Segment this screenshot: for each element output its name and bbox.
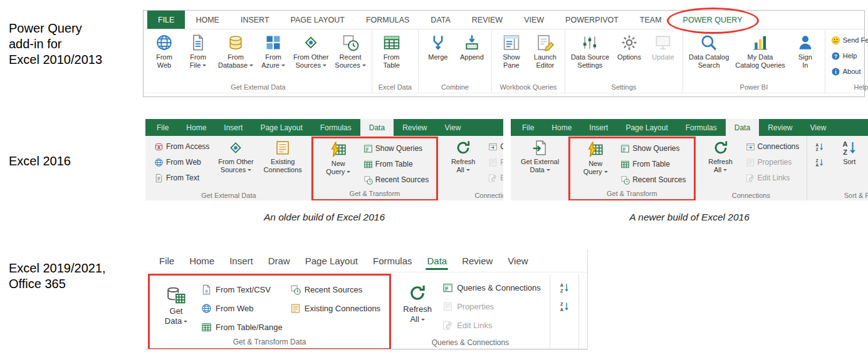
tab-home[interactable]: Home: [543, 119, 580, 136]
tab-home[interactable]: Home: [182, 249, 222, 272]
button-properties[interactable]: Properties: [742, 155, 803, 170]
button-from-text-csv[interactable]: aFrom Text/CSV: [197, 281, 286, 298]
tab-page-layout[interactable]: Page Layout: [298, 249, 365, 272]
tab-insert[interactable]: Insert: [222, 249, 261, 272]
button-get-external-data[interactable]: Get ExternalData: [516, 137, 564, 175]
button-from-web[interactable]: From Web: [197, 299, 286, 317]
button-from-table[interactable]: FromTable: [375, 31, 409, 70]
button-queries-connections[interactable]: Queries & Connections: [439, 279, 545, 296]
tab-insert[interactable]: Insert: [215, 119, 251, 136]
button-refresh-all[interactable]: RefreshAll: [699, 137, 742, 185]
button-sort-z-to-a[interactable]: ZA: [811, 155, 828, 170]
get-data-icon: [167, 286, 186, 304]
button-from-table[interactable]: From Table: [617, 157, 689, 172]
button-sort-a-to-z[interactable]: AZ: [811, 139, 828, 154]
tab-formulas[interactable]: FORMULAS: [355, 11, 420, 29]
button-from-file[interactable]: FromFile: [181, 31, 215, 70]
tab-review[interactable]: Review: [759, 119, 801, 136]
button-from-other-sources[interactable]: From OtherSources: [290, 31, 332, 70]
button-existing-connections[interactable]: ExistingConnections: [259, 137, 307, 185]
tab-view[interactable]: View: [802, 119, 835, 136]
button-label: Edit Links: [500, 173, 503, 182]
ribbon-content: Get ExternalDataNewQueryShow QueriesFrom…: [511, 136, 868, 200]
button-edit-links[interactable]: Edit Links: [484, 170, 503, 185]
tab-review[interactable]: REVIEW: [461, 11, 513, 29]
button-label: Connections: [758, 142, 800, 151]
tab-page-layout[interactable]: Page Layout: [251, 119, 311, 136]
button-about[interactable]: iAbout: [828, 64, 868, 79]
tab-home[interactable]: Home: [177, 119, 215, 136]
button-recent-sources[interactable]: RecentSources: [332, 31, 369, 70]
button-data-source-settings[interactable]: Data SourceSettings: [568, 31, 612, 70]
group-label: Power BI: [686, 82, 822, 93]
tab-review[interactable]: Review: [394, 119, 436, 136]
button-edit-links[interactable]: Edit Links: [439, 316, 545, 334]
button-sort-a-to-z[interactable]: AZ: [555, 279, 573, 296]
button-data-catalog-search[interactable]: Data CatalogSearch: [686, 31, 732, 70]
button-from-table-range[interactable]: From Table/Range: [197, 318, 286, 336]
button-connections[interactable]: Connections: [742, 139, 803, 154]
button-refresh-all[interactable]: RefreshAll: [442, 137, 484, 185]
tab-view[interactable]: View: [436, 119, 470, 136]
button-from-other-sources[interactable]: From OtherSources: [213, 137, 258, 185]
tab-data[interactable]: Data: [726, 119, 759, 136]
button-edit-links[interactable]: Edit Links: [742, 170, 803, 185]
tab-data[interactable]: DATA: [420, 11, 461, 29]
tab-draw[interactable]: Draw: [261, 249, 298, 272]
tab-file[interactable]: FILE: [147, 11, 185, 29]
tab-page-layout[interactable]: Page Layout: [617, 119, 676, 136]
button-recent-sources[interactable]: Recent Sources: [286, 281, 384, 298]
button-send-feedback[interactable]: Send Feedback: [828, 33, 868, 48]
button-existing-connections[interactable]: Existing Connections: [286, 299, 384, 317]
tab-file[interactable]: File: [148, 119, 177, 136]
button-show-pane[interactable]: ShowPane: [494, 31, 528, 70]
button-new-query[interactable]: NewQuery: [574, 139, 617, 187]
button-get-data[interactable]: GetData: [155, 277, 197, 336]
button-sort[interactable]: AZSort: [828, 137, 868, 170]
button-from-table[interactable]: From Table: [360, 157, 432, 172]
tab-insert[interactable]: Insert: [580, 119, 617, 136]
button-properties[interactable]: Properties: [484, 155, 503, 170]
button-options[interactable]: Options: [612, 31, 646, 70]
button-recent-sources[interactable]: Recent Sources: [360, 172, 432, 187]
button-new-query[interactable]: NewQuery: [317, 139, 360, 187]
button-from-web[interactable]: FromWeb: [147, 31, 181, 70]
tab-powerpivot[interactable]: POWERPIVOT: [555, 11, 629, 29]
button-from-azure[interactable]: FromAzure: [256, 31, 290, 70]
button-merge[interactable]: Merge: [421, 31, 455, 63]
button-my-data-catalog-queries[interactable]: My DataCatalog Queries: [732, 31, 788, 70]
tab-view[interactable]: View: [500, 249, 535, 272]
tab-review[interactable]: Review: [454, 249, 500, 272]
tab-power-query[interactable]: POWER QUERY: [672, 11, 753, 29]
tab-data[interactable]: Data: [419, 249, 454, 272]
tab-data[interactable]: Data: [360, 119, 394, 136]
tab-formulas[interactable]: Formulas: [311, 119, 360, 136]
dropdown-caret-icon: [281, 65, 285, 66]
button-append[interactable]: Append: [455, 31, 489, 63]
button-sign-in[interactable]: SignIn: [788, 31, 822, 70]
tab-formulas[interactable]: Formulas: [365, 249, 420, 272]
button-from-web[interactable]: From Web: [150, 155, 213, 170]
button-show-queries[interactable]: Show Queries: [360, 141, 432, 156]
button-help[interactable]: ?Help: [828, 48, 868, 63]
tab-view[interactable]: VIEW: [513, 11, 555, 29]
button-launch-editor[interactable]: LaunchEditor: [528, 31, 562, 70]
button-from-text[interactable]: From Text: [150, 170, 213, 185]
button-properties[interactable]: Properties: [439, 297, 545, 315]
button-from-access[interactable]: AFrom Access: [150, 139, 213, 154]
tab-home[interactable]: HOME: [185, 11, 230, 29]
ribbon-group-get-transform: NewQueryShow QueriesFrom TableRecent Sou…: [311, 137, 438, 200]
button-from-database[interactable]: FromDatabase: [215, 31, 256, 70]
button-sort-z-to-a[interactable]: ZA: [555, 297, 573, 315]
tab-insert[interactable]: INSERT: [230, 11, 280, 29]
button-connections[interactable]: Connections: [484, 139, 503, 154]
button-update[interactable]: Update: [646, 31, 680, 70]
tab-file[interactable]: File: [513, 119, 543, 136]
button-show-queries[interactable]: Show Queries: [617, 141, 689, 156]
button-recent-sources[interactable]: Recent Sources: [617, 172, 689, 187]
tab-file[interactable]: File: [152, 249, 182, 272]
tab-formulas[interactable]: Formulas: [677, 119, 726, 136]
button-refresh-all[interactable]: RefreshAll: [396, 275, 439, 334]
tab-page-layout[interactable]: PAGE LAYOUT: [280, 11, 355, 29]
tab-team[interactable]: TEAM: [629, 11, 672, 29]
